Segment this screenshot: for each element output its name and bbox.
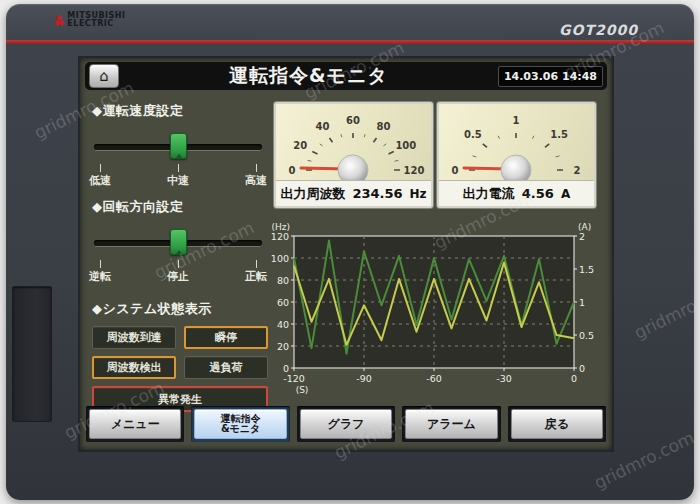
nav-slot: 戻る <box>508 406 606 442</box>
brand-line2: ELECTRIC <box>67 20 125 28</box>
svg-text:100: 100 <box>271 253 289 264</box>
status-lamp-grid: 周波数到達瞬停周波数検出過負荷異常発生 <box>92 326 268 412</box>
tick-mark <box>256 164 257 172</box>
speed-section-title: ◆運転速度設定 <box>92 102 270 120</box>
speed-slider[interactable]: 低速中速高速 <box>94 130 268 188</box>
clock-display: 14.03.06 14:48 <box>498 66 603 87</box>
bottom-nav-bar: メニュー運転指令&モニタグラフアラーム戻る <box>86 406 606 442</box>
gauge-output-frequency: 020406080100120出力周波数234.56Hz <box>274 102 433 208</box>
gauge-face: 020406080100120 <box>276 104 431 180</box>
gauge-dial: 00.511.52 <box>439 104 594 180</box>
nav-button-運転指令&モニタ[interactable]: 運転指令&モニタ <box>194 409 286 439</box>
svg-text:2: 2 <box>579 231 585 242</box>
svg-text:20: 20 <box>293 140 307 151</box>
gauge-knob <box>501 155 531 180</box>
got2000-logo: GOT2000 <box>559 22 638 38</box>
svg-text:0: 0 <box>289 165 296 176</box>
home-button[interactable]: ⌂ <box>89 64 119 88</box>
svg-text:80: 80 <box>377 121 391 132</box>
svg-text:120: 120 <box>271 231 289 242</box>
nav-button-戻る[interactable]: 戻る <box>511 409 603 439</box>
nav-slot: 運転指令&モニタ <box>191 406 289 442</box>
svg-text:60: 60 <box>346 115 360 126</box>
slider-tick-逆転: 逆転 <box>89 260 111 284</box>
svg-text:-30: -30 <box>496 373 512 384</box>
svg-text:60: 60 <box>277 297 289 308</box>
page-title: 運転指令&モニタ <box>119 63 498 89</box>
slider-tick-中速: 中速 <box>167 164 189 188</box>
three-diamond-icon: ◆◆◆ <box>54 15 62 25</box>
svg-text:0.5: 0.5 <box>464 129 482 140</box>
svg-text:40: 40 <box>277 319 289 330</box>
tick-mark <box>178 164 179 172</box>
nav-button-label: メニュー <box>111 418 160 431</box>
gauge-output-current: 00.511.52出力電流4.56A <box>437 102 596 208</box>
nav-button-label: 戻る <box>545 418 569 431</box>
svg-text:20: 20 <box>277 341 289 352</box>
left-control-column: ◆運転速度設定 低速中速高速 ◆回転方向設定 逆転停止正転 ◆システム状態表示 … <box>92 102 270 412</box>
direction-slider-labels: 逆転停止正転 <box>94 260 262 284</box>
tick-mark <box>100 260 101 268</box>
svg-text:1.5: 1.5 <box>579 264 594 275</box>
svg-text:120: 120 <box>404 165 425 176</box>
gauge-value: 234.56 <box>352 186 402 201</box>
tick-label: 停止 <box>167 269 189 284</box>
svg-text:-90: -90 <box>356 373 372 384</box>
slider-tick-高速: 高速 <box>245 164 267 188</box>
status-lamp-周波数検出[interactable]: 周波数検出 <box>92 356 176 379</box>
nav-button-label: &モニタ <box>221 424 260 435</box>
svg-text:0: 0 <box>452 165 459 176</box>
tick-label: 高速 <box>245 173 267 188</box>
gauge-value-strip: 出力電流4.56A <box>439 180 594 206</box>
mitsubishi-logo: ◆◆◆ MITSUBISHI ELECTRIC <box>54 12 125 28</box>
nav-button-アラーム[interactable]: アラーム <box>405 409 497 439</box>
gauge-dial: 020406080100120 <box>276 104 431 180</box>
gauge-value: 4.56 <box>522 186 554 201</box>
trend-chart: 02040608010012000.511.52-120-90-60-300(H… <box>258 220 606 398</box>
gauge-row: 020406080100120出力周波数234.56Hz00.511.52出力電… <box>274 102 596 208</box>
svg-text:(Hz): (Hz) <box>271 222 290 232</box>
tick-label: 中速 <box>167 173 189 188</box>
gauge-value-strip: 出力周波数234.56Hz <box>276 180 431 206</box>
slider-tick-停止: 停止 <box>167 260 189 284</box>
svg-text:1.5: 1.5 <box>550 129 568 140</box>
svg-text:0: 0 <box>283 363 289 374</box>
svg-text:1: 1 <box>579 297 585 308</box>
status-lamp-周波数到達[interactable]: 周波数到達 <box>92 326 176 349</box>
svg-text:40: 40 <box>316 121 330 132</box>
gauge-unit: Hz <box>410 187 427 201</box>
bezel-side-slot <box>12 286 52 422</box>
tick-mark <box>256 260 257 268</box>
svg-text:(A): (A) <box>578 222 591 232</box>
speed-slider-handle[interactable] <box>170 133 187 159</box>
tick-label: 低速 <box>89 173 111 188</box>
tick-mark <box>100 164 101 172</box>
svg-text:100: 100 <box>395 140 416 151</box>
slider-tick-低速: 低速 <box>89 164 111 188</box>
home-icon: ⌂ <box>99 69 109 84</box>
title-bar: ⌂ 運転指令&モニタ 14.03.06 14:48 <box>85 62 607 90</box>
direction-slider[interactable]: 逆転停止正転 <box>94 226 268 284</box>
nav-button-label: グラフ <box>328 418 365 431</box>
status-lamp-過負荷[interactable]: 過負荷 <box>184 356 268 379</box>
nav-slot: グラフ <box>297 406 395 442</box>
status-lamp-瞬停[interactable]: 瞬停 <box>184 326 268 349</box>
gauge-label: 出力周波数 <box>280 185 345 203</box>
gauge-label: 出力電流 <box>463 185 515 203</box>
tick-mark <box>178 260 179 268</box>
tick-label: 逆転 <box>89 269 111 284</box>
svg-text:0: 0 <box>579 363 585 374</box>
gauge-face: 00.511.52 <box>439 104 594 180</box>
bezel-red-stripe <box>6 40 694 44</box>
touch-screen: ⌂ 運転指令&モニタ 14.03.06 14:48 ◆運転速度設定 低速中速高速… <box>80 58 612 450</box>
nav-button-グラフ[interactable]: グラフ <box>300 409 392 439</box>
svg-text:2: 2 <box>574 165 581 176</box>
svg-text:-60: -60 <box>426 373 442 384</box>
svg-text:80: 80 <box>277 275 289 286</box>
status-section-title: ◆システム状態表示 <box>92 300 270 318</box>
gauge-unit: A <box>561 187 570 201</box>
direction-slider-handle[interactable] <box>170 229 187 255</box>
svg-text:0.5: 0.5 <box>579 330 594 341</box>
nav-button-メニュー[interactable]: メニュー <box>89 409 181 439</box>
gauge-knob <box>338 155 368 180</box>
